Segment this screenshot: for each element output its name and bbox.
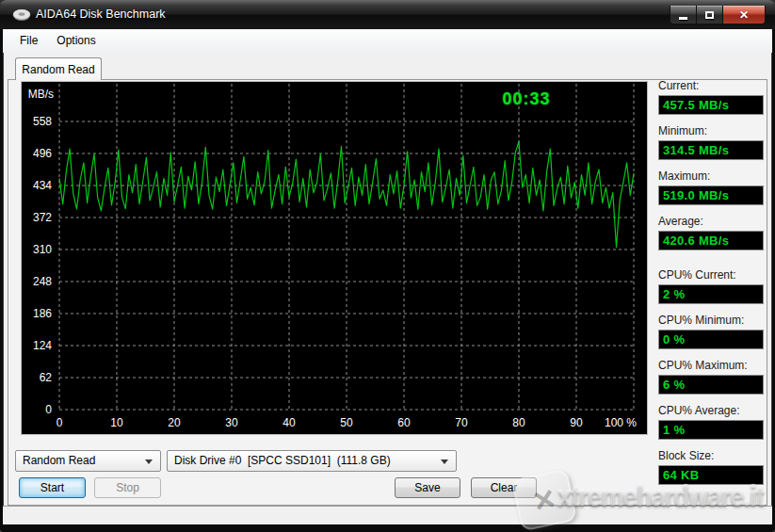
stat-label: Minimum: [658, 124, 764, 138]
minimize-icon [679, 17, 687, 20]
test-type-dropdown[interactable]: Random Read [15, 450, 161, 472]
svg-text:100 %: 100 % [605, 416, 637, 429]
stat-value-field: 2 % [658, 284, 764, 304]
stat-value-field: 314.5 MB/s [658, 140, 764, 160]
stat-value-field: 64 KB [658, 465, 764, 485]
svg-text:90: 90 [570, 416, 583, 429]
svg-text:310: 310 [33, 243, 52, 256]
svg-text:434: 434 [33, 179, 52, 192]
svg-text:30: 30 [225, 416, 238, 429]
elapsed-time: 00:33 [481, 89, 572, 109]
chevron-down-icon [145, 459, 153, 464]
stat-label: Maximum: [658, 169, 764, 184]
start-button[interactable]: Start [19, 477, 86, 498]
svg-text:20: 20 [168, 416, 181, 429]
svg-text:80: 80 [512, 416, 525, 429]
stat-group: CPU% Average:1 % [658, 404, 764, 440]
app-window: AIDA64 Disk Benchmark ✕ FileOptions Rand… [0, 0, 775, 532]
stat-label: Current: [658, 79, 764, 93]
svg-text:50: 50 [340, 416, 353, 429]
maximize-icon [705, 11, 714, 19]
svg-text:186: 186 [33, 307, 52, 320]
svg-text:558: 558 [33, 115, 52, 128]
stat-group: Average:420.6 MB/s [658, 215, 764, 250]
menu-item-file[interactable]: File [10, 29, 47, 53]
tab-random-read[interactable]: Random Read [15, 57, 102, 80]
svg-text:248: 248 [33, 275, 52, 288]
stat-value-field: 1 % [658, 420, 764, 440]
svg-text:372: 372 [33, 211, 52, 224]
stat-label: CPU% Current: [658, 268, 764, 282]
chart-area: MB/s062124186248310372434496558010203040… [21, 81, 648, 435]
menu-bar: FileOptions [3, 29, 772, 53]
svg-text:MB/s: MB/s [28, 88, 54, 101]
svg-text:40: 40 [283, 416, 296, 429]
stat-label: Average: [658, 215, 764, 229]
svg-text:124: 124 [33, 339, 52, 352]
drive-value: Disk Drive #0 [SPCC SSD101] (111.8 GB) [174, 454, 391, 467]
stat-group: Maximum:519.0 MB/s [658, 169, 764, 205]
status-bar [3, 506, 772, 524]
save-button[interactable]: Save [395, 477, 460, 498]
svg-text:496: 496 [33, 147, 52, 160]
stat-label: Block Size: [658, 449, 764, 463]
tab-label: Random Read [22, 63, 94, 76]
close-icon: ✕ [739, 8, 749, 22]
stat-value-field: 0 % [658, 330, 764, 349]
minimize-button[interactable] [670, 6, 697, 24]
drive-dropdown[interactable]: Disk Drive #0 [SPCC SSD101] (111.8 GB) [167, 450, 457, 472]
stat-value-field: 519.0 MB/s [658, 185, 764, 205]
test-type-value: Random Read [23, 454, 95, 467]
stat-label: CPU% Maximum: [658, 359, 764, 373]
window-bottom-border [0, 524, 775, 532]
menu-item-options[interactable]: Options [47, 29, 105, 53]
clear-button[interactable]: Clear [471, 477, 537, 498]
page-title: AIDA64 Disk Benchmark [36, 8, 166, 21]
benchmark-line-chart: MB/s062124186248310372434496558010203040… [22, 82, 647, 434]
close-button[interactable]: ✕ [722, 6, 766, 24]
stat-value-field: 420.6 MB/s [658, 231, 764, 250]
chevron-down-icon [441, 459, 448, 464]
svg-text:0: 0 [57, 416, 63, 429]
stat-value-field: 6 % [658, 375, 764, 395]
stat-group: Minimum:314.5 MB/s [658, 124, 764, 160]
svg-text:60: 60 [397, 416, 411, 429]
app-icon-hard-disk [12, 8, 31, 22]
stat-label: CPU% Average: [658, 404, 764, 418]
stat-group: Current:457.5 MB/s [658, 79, 764, 115]
stop-button[interactable]: Stop [94, 477, 161, 498]
title-bar[interactable]: AIDA64 Disk Benchmark ✕ [0, 0, 775, 29]
svg-text:0: 0 [45, 403, 52, 416]
stats-panel: Current:457.5 MB/sMinimum:314.5 MB/sMaxi… [658, 79, 764, 494]
stat-group: CPU% Maximum:6 % [658, 359, 764, 395]
stat-group: CPU% Minimum:0 % [658, 314, 764, 349]
svg-text:70: 70 [455, 416, 468, 429]
stat-group: Block Size:64 KB [658, 449, 764, 485]
maximize-button[interactable] [697, 6, 722, 24]
stat-label: CPU% Minimum: [658, 314, 764, 328]
stat-group: CPU% Current:2 % [658, 268, 764, 304]
svg-text:62: 62 [40, 371, 53, 384]
caption-buttons: ✕ [670, 6, 766, 24]
stat-value-field: 457.5 MB/s [658, 95, 764, 115]
svg-text:10: 10 [110, 416, 123, 429]
